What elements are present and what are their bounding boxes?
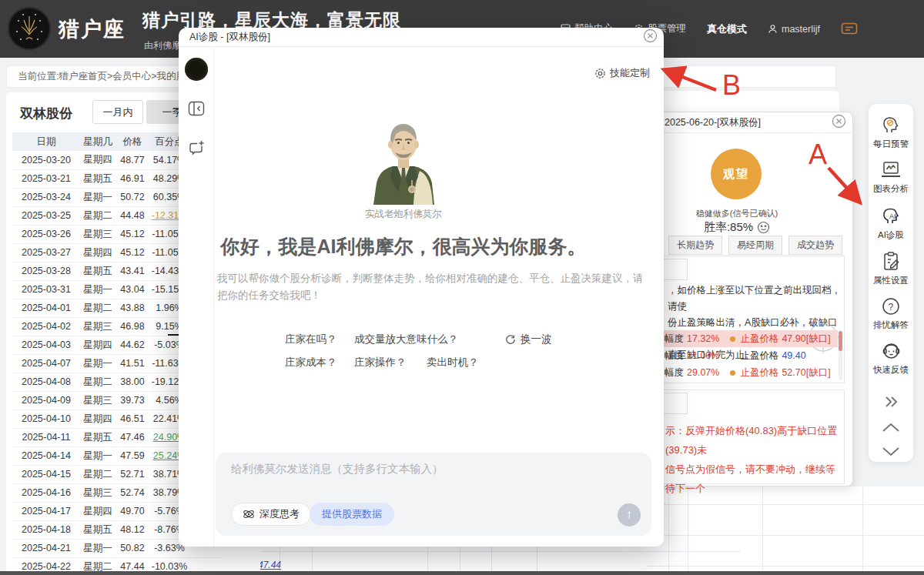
right-toolbar: 每日预警 图表分析 AI AI诊股 属性设置 ? 排忧解答 [869, 104, 913, 462]
signal-window-titlebar: 2025-06-20-[双林股份] [652, 112, 852, 133]
background-grid-right [647, 486, 924, 572]
suggestion-chip[interactable]: 庄家操作？ [354, 356, 407, 369]
gap-dot-icon [730, 336, 735, 342]
column-header-date[interactable]: 日期 [12, 132, 80, 151]
modal-close-icon[interactable] [643, 28, 658, 45]
attribute-settings-icon [881, 251, 901, 272]
chat-bubble-icon [841, 22, 858, 36]
sub-tab-partial[interactable] [660, 393, 688, 414]
range-button-month[interactable]: 一月内 [92, 100, 143, 124]
signal-window: 2025-06-20-[双林股份] 观望 稳健做多(信号已确认) 胜率:85% … [651, 112, 853, 486]
scroll-up-icon[interactable] [880, 421, 902, 436]
warning-box: 示：反弹开始价格(40.83)高于缺口位置(39.73)未 信号点为假信号，请不… [657, 389, 845, 484]
tool-chart-analysis[interactable]: 图表分析 [873, 160, 909, 195]
signal-window-title: 2025-06-20-[双林股份] [665, 116, 761, 129]
suggestion-chip[interactable]: 成交量放大意味什么？ [354, 333, 458, 346]
modal-title: AI诊股 - [双林股份] [189, 31, 270, 44]
take-profit-box: ，如价格上涨至以下位置之前出现回档，请使 份止盈策略出清，A股缺口必补，破缺口看… [657, 256, 845, 383]
assistant-intro: 我可以帮你做个股分析诊断，判断整体走势，给你相对准确的建仓、平仓、止盈决策建议，… [217, 270, 653, 304]
gap-dot-icon [730, 370, 735, 376]
tool-quick-feedback[interactable]: 快速反馈 [873, 341, 909, 376]
ai-diagnosis-icon: AI [880, 205, 902, 226]
atom-icon [243, 508, 255, 520]
column-header-weekday[interactable]: 星期几 [80, 132, 116, 151]
tool-daily-alert[interactable]: 每日预警 [873, 115, 909, 150]
deep-think-button[interactable]: 深度思考 [231, 503, 311, 526]
brand-name: 猎户座 [59, 15, 126, 43]
signal-window-close-icon[interactable] [832, 114, 846, 131]
provide-stock-data-button[interactable]: 提供股票数据 [310, 503, 394, 526]
scroll-down-icon[interactable] [880, 446, 902, 461]
refresh-suggestions-button[interactable]: 换一波 [505, 333, 552, 346]
svg-text:?: ? [889, 302, 894, 313]
collapse-toolbar-icon[interactable] [881, 395, 901, 412]
modal-titlebar: AI诊股 - [双林股份] [179, 28, 664, 47]
tool-help-answers[interactable]: ? 排忧解答 [873, 296, 909, 331]
assistant-portrait: 实战老炮利佛莫尔 [179, 119, 628, 221]
message-input[interactable] [231, 462, 616, 497]
win-rate: 胜率:85% [652, 220, 822, 235]
chart-analysis-icon [880, 160, 902, 180]
take-profit-row[interactable]: 幅度 29.07% 止盈价格 52.70[缺口] [658, 364, 838, 381]
signal-tabs: 长期趋势 易经周期 成交趋势 [652, 236, 849, 255]
svg-text:AI: AI [889, 212, 896, 220]
nav-real-mode[interactable]: 真仓模式 [707, 22, 747, 36]
tab-yijing-cycle[interactable]: 易经周期 [728, 236, 782, 255]
tool-attribute-settings[interactable]: 属性设置 [873, 251, 909, 286]
sub-tab-partial[interactable] [660, 259, 688, 280]
brand-logo-icon[interactable] [8, 7, 51, 50]
tab-long-term[interactable]: 长期趋势 [668, 236, 722, 255]
nav-user[interactable]: masterlijf [768, 24, 820, 35]
take-profit-rows: 幅度 17.32% 止盈价格 47.90[缺口] 幅度 21.00% 止盈价格 … [658, 330, 838, 381]
tab-volume-trend[interactable]: 成交趋势 [788, 236, 842, 255]
headset-support-icon [881, 341, 902, 361]
livermore-portrait-image [358, 119, 449, 205]
ai-diagnosis-modal: AI诊股 - [双林股份] 技能定制 [179, 28, 664, 547]
suggestion-chip[interactable]: 卖出时机？ [427, 356, 479, 369]
assistant-avatar-small[interactable] [185, 58, 208, 81]
tool-ai-diagnosis[interactable]: AI AI诊股 [878, 205, 904, 241]
assistant-greeting: 你好，我是AI利佛摩尔，很高兴为你服务。 [179, 234, 628, 259]
skill-customize-button[interactable]: 技能定制 [594, 66, 650, 80]
daily-alert-icon [881, 115, 902, 135]
false-signal-warning: 示：反弹开始价格(40.83)高于缺口位置(39.73)未 信号点为假信号，请不… [665, 421, 844, 498]
column-header-price[interactable]: 价格 [116, 132, 149, 151]
assistant-caption: 实战老炮利佛莫尔 [365, 208, 442, 221]
smiley-icon [757, 221, 770, 234]
send-message-button[interactable]: ↑ [618, 503, 641, 527]
take-profit-row[interactable]: 幅度 17.32% 止盈价格 47.90[缺口] [658, 330, 838, 347]
gear-icon [594, 68, 606, 79]
person-icon [768, 24, 778, 34]
refresh-icon [505, 334, 516, 345]
stock-name-title: 双林股份 [20, 105, 72, 122]
nav-chat-button[interactable] [841, 22, 858, 36]
question-icon: ? [881, 296, 901, 316]
suggestion-chip[interactable]: 庄家成本？ [285, 356, 337, 369]
signal-confirm-text: 稳健做多(信号已确认) [652, 208, 822, 219]
take-profit-row[interactable]: 幅度 21.00% 止盈价格 49.40 [658, 347, 838, 364]
collapse-panel-icon[interactable] [188, 101, 205, 119]
suggestion-chip[interactable]: 庄家在吗？ [285, 333, 337, 346]
watch-status-badge: 观望 [711, 149, 762, 199]
window-bottom-edge [0, 571, 924, 575]
header-sub-slogan: 由利佛摩 [144, 39, 181, 52]
message-input-area: 深度思考 提供股票数据 ↑ [216, 453, 651, 536]
scrollbar[interactable] [839, 331, 842, 380]
